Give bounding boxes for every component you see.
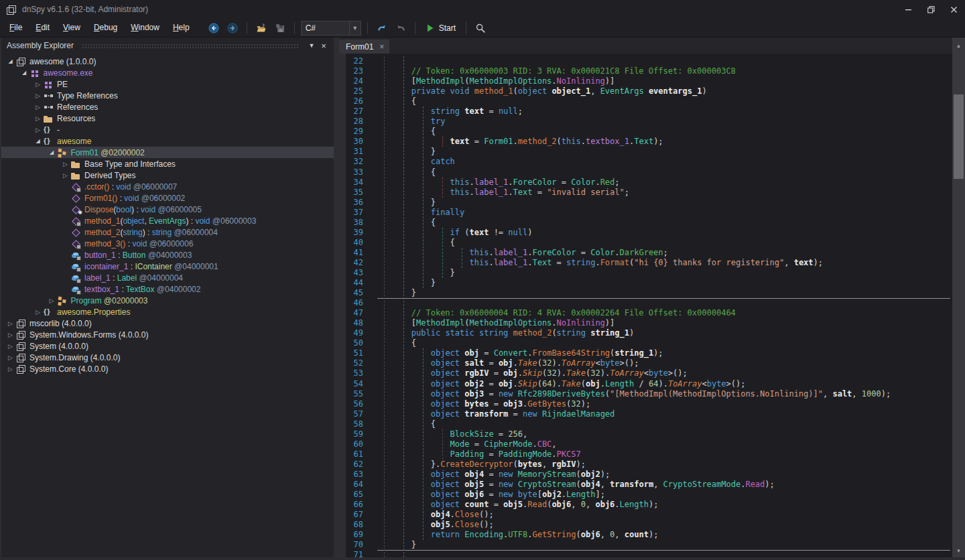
expander-collapsed-icon[interactable]: ▷ (33, 309, 43, 316)
tree-item[interactable]: ▷System.Windows.Forms (4.0.0.0) (1, 329, 334, 340)
code-line: 71 (339, 550, 952, 557)
expander-expanded-icon[interactable]: ◢ (47, 149, 57, 155)
panel-splitter[interactable] (334, 38, 339, 557)
line-number: 23 (339, 66, 373, 76)
language-select[interactable]: C# ▼ (301, 21, 361, 36)
tree-item[interactable]: ▷Type References (1, 90, 334, 101)
open-file-button[interactable] (253, 20, 269, 36)
tree-item[interactable]: ▷References (1, 101, 334, 113)
code-line: 33 { (339, 167, 952, 178)
expander-expanded-icon[interactable]: ◢ (33, 138, 43, 144)
scrollbar-up-arrow[interactable]: ▲ (952, 39, 965, 52)
panel-grip[interactable] (82, 44, 299, 50)
code-editor[interactable]: 2223 // Token: 0x06000003 RID: 3 RVA: 0x… (339, 54, 952, 557)
expander-collapsed-icon[interactable]: ▷ (33, 127, 43, 133)
tree-item[interactable]: ▷PE (1, 78, 334, 90)
tree-item[interactable]: ◢awesome (1, 135, 334, 147)
menu-debug[interactable]: Debug (87, 19, 124, 37)
tree-item-label: PE (57, 80, 68, 89)
tree-item[interactable]: method_1(object, EventArgs) : void @0600… (1, 215, 334, 226)
tree-item[interactable]: Form01() : void @06000002 (1, 192, 334, 204)
expander-collapsed-icon[interactable]: ▷ (5, 354, 15, 361)
line-number: 62 (339, 460, 373, 470)
menu-help[interactable]: Help (166, 19, 196, 37)
expander-collapsed-icon[interactable]: ▷ (60, 172, 70, 179)
code-line: 26 { (339, 96, 952, 107)
menu-edit[interactable]: Edit (29, 19, 56, 37)
line-number: 25 (339, 86, 373, 96)
method-icon (70, 193, 81, 204)
tree-item[interactable]: ◢awesome (1.0.0.0) (1, 56, 334, 67)
line-number: 59 (339, 429, 373, 439)
tree-item[interactable]: .cctor() : void @06000007 (1, 181, 334, 192)
tree-item[interactable]: method_2(string) : string @06000004 (1, 226, 334, 238)
tree-item[interactable]: label_1 : Label @04000004 (1, 272, 334, 283)
folder-icon (70, 170, 81, 181)
tree-item[interactable]: ▷- (1, 124, 334, 135)
code-line: 67 obj4.Close(); (339, 510, 952, 520)
tab-close-icon[interactable]: × (379, 42, 384, 52)
expander-collapsed-icon[interactable]: ▷ (33, 92, 43, 99)
line-number: 30 (339, 137, 373, 147)
navigate-forward-button[interactable] (224, 20, 241, 36)
tree-item[interactable]: ▷Program @02000003 (1, 295, 334, 306)
scrollbar-down-arrow[interactable]: ▼ (952, 544, 965, 557)
save-all-button[interactable] (272, 20, 288, 36)
expander-collapsed-icon[interactable]: ▷ (5, 332, 15, 338)
expander-collapsed-icon[interactable]: ▷ (5, 366, 15, 372)
expander-collapsed-icon[interactable]: ▷ (33, 81, 43, 88)
menu-view[interactable]: View (56, 19, 87, 37)
expander-collapsed-icon[interactable]: ▷ (47, 297, 57, 304)
panel-close-button[interactable]: × (318, 40, 330, 52)
panel-menu-button[interactable]: ▼ (306, 40, 318, 52)
scrollbar-thumb[interactable] (954, 94, 964, 179)
tree-item[interactable]: ▷Base Type and Interfaces (1, 158, 334, 169)
menu-window[interactable]: Window (124, 19, 166, 37)
minimize-button[interactable] (897, 1, 919, 18)
menu-file[interactable]: File (3, 19, 29, 37)
expander-collapsed-icon[interactable]: ▷ (33, 104, 43, 111)
tree-item[interactable]: ▷System.Drawing (4.0.0.0) (1, 352, 334, 363)
navigate-back-button[interactable] (206, 20, 222, 36)
expander-expanded-icon[interactable]: ◢ (5, 58, 15, 64)
expander-collapsed-icon[interactable]: ▷ (5, 320, 15, 327)
restore-button[interactable] (919, 1, 942, 18)
method-icon (70, 227, 81, 238)
redo-button[interactable] (393, 20, 409, 36)
start-debug-button[interactable]: Start (422, 22, 460, 34)
tree-item[interactable]: ◢awesome.exe (1, 67, 334, 78)
search-button[interactable] (472, 20, 489, 36)
editor-scrollbar[interactable]: ▲ ▼ (952, 38, 965, 557)
line-number: 63 (339, 470, 373, 480)
tree-item[interactable]: ▷Resources (1, 113, 334, 124)
expander-collapsed-icon[interactable]: ▷ (33, 115, 43, 122)
tree-item[interactable]: ▷System.Core (4.0.0.0) (1, 363, 334, 374)
undo-button[interactable] (374, 20, 390, 36)
line-number: 24 (339, 76, 373, 86)
window-controls (897, 1, 965, 18)
code-content: 2223 // Token: 0x06000003 RID: 3 RVA: 0x… (339, 56, 952, 557)
tree-item[interactable]: method_3() : void @06000006 (1, 238, 334, 249)
tree-item[interactable]: button_1 : Button @04000003 (1, 249, 334, 261)
close-button[interactable] (942, 1, 965, 18)
tree-item[interactable]: ▷Derived Types (1, 169, 334, 181)
expander-collapsed-icon[interactable]: ▷ (60, 161, 70, 167)
assembly-tree[interactable]: ◢awesome (1.0.0.0)◢awesome.exe▷PE▷Type R… (1, 54, 334, 557)
indent-guide (442, 429, 443, 460)
code-line: 47 // Token: 0x06000004 RID: 4 RVA: 0x00… (339, 308, 952, 318)
tree-item[interactable]: icontainer_1 : IContainer @04000001 (1, 261, 334, 272)
method-icon (70, 238, 81, 249)
expander-collapsed-icon[interactable]: ▷ (5, 343, 15, 350)
code-line: 37 finally (339, 208, 952, 218)
chevron-down-icon[interactable]: ▼ (349, 21, 361, 35)
toolbar: C# ▼ Start (206, 19, 489, 37)
tree-item[interactable]: textbox_1 : TextBox @04000002 (1, 283, 334, 295)
tree-item[interactable]: ▷awesome.Properties (1, 306, 334, 318)
expander-expanded-icon[interactable]: ◢ (19, 70, 29, 76)
tab-form01[interactable]: Form01 × (339, 40, 389, 54)
tree-item[interactable]: ▷System (4.0.0.0) (1, 340, 334, 352)
class-icon (57, 147, 68, 158)
tree-item[interactable]: ◢Form01 @02000002 (1, 147, 334, 158)
tree-item[interactable]: ▷mscorlib (4.0.0.0) (1, 318, 334, 329)
tree-item[interactable]: ✱Dispose(bool) : void @06000005 (1, 204, 334, 215)
